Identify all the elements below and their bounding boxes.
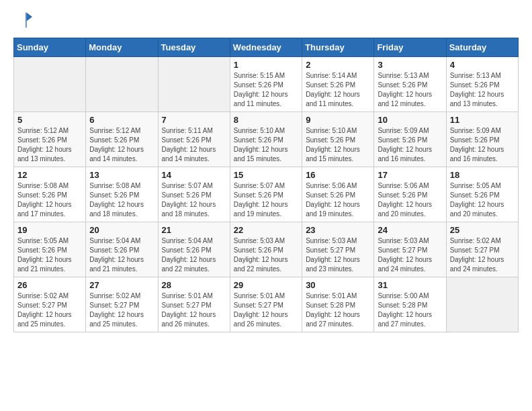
day-number: 3 <box>378 60 442 70</box>
calendar-cell: 27Sunrise: 5:02 AMSunset: 5:27 PMDayligh… <box>86 277 158 332</box>
day-number: 27 <box>89 280 154 290</box>
calendar-cell: 3Sunrise: 5:13 AMSunset: 5:26 PMDaylight… <box>374 57 446 112</box>
weekday-header-sunday: Sunday <box>14 38 86 57</box>
weekday-header-monday: Monday <box>86 38 158 57</box>
day-number: 16 <box>306 170 370 180</box>
day-number: 9 <box>306 115 370 125</box>
day-number: 23 <box>306 225 370 235</box>
day-info: Sunrise: 5:14 AMSunset: 5:26 PMDaylight:… <box>306 71 370 109</box>
calendar-week-5: 26Sunrise: 5:02 AMSunset: 5:27 PMDayligh… <box>14 277 519 332</box>
calendar-cell: 23Sunrise: 5:03 AMSunset: 5:27 PMDayligh… <box>302 222 374 277</box>
day-number: 24 <box>378 225 442 235</box>
calendar-cell: 15Sunrise: 5:07 AMSunset: 5:26 PMDayligh… <box>230 167 302 222</box>
weekday-header-saturday: Saturday <box>446 38 518 57</box>
day-number: 1 <box>234 60 298 70</box>
day-info: Sunrise: 5:08 AMSunset: 5:26 PMDaylight:… <box>17 181 82 219</box>
calendar-cell <box>86 57 158 112</box>
day-info: Sunrise: 5:06 AMSunset: 5:26 PMDaylight:… <box>378 181 442 219</box>
day-number: 18 <box>450 170 515 180</box>
calendar-cell: 17Sunrise: 5:06 AMSunset: 5:26 PMDayligh… <box>374 167 446 222</box>
day-number: 20 <box>89 225 154 235</box>
calendar-week-2: 5Sunrise: 5:12 AMSunset: 5:26 PMDaylight… <box>14 112 519 167</box>
day-info: Sunrise: 5:03 AMSunset: 5:27 PMDaylight:… <box>378 236 442 274</box>
day-number: 22 <box>234 225 298 235</box>
day-number: 7 <box>162 115 226 125</box>
day-info: Sunrise: 5:08 AMSunset: 5:26 PMDaylight:… <box>89 181 154 219</box>
calendar-cell <box>14 57 86 112</box>
day-number: 4 <box>450 60 515 70</box>
day-info: Sunrise: 5:02 AMSunset: 5:27 PMDaylight:… <box>89 291 154 329</box>
calendar-cell: 2Sunrise: 5:14 AMSunset: 5:26 PMDaylight… <box>302 57 374 112</box>
day-number: 21 <box>162 225 226 235</box>
day-number: 28 <box>162 280 226 290</box>
calendar-cell: 20Sunrise: 5:04 AMSunset: 5:26 PMDayligh… <box>86 222 158 277</box>
day-info: Sunrise: 5:09 AMSunset: 5:26 PMDaylight:… <box>378 126 442 164</box>
day-info: Sunrise: 5:07 AMSunset: 5:26 PMDaylight:… <box>234 181 298 219</box>
calendar-cell: 16Sunrise: 5:06 AMSunset: 5:26 PMDayligh… <box>302 167 374 222</box>
day-info: Sunrise: 5:02 AMSunset: 5:27 PMDaylight:… <box>17 291 82 329</box>
calendar-cell: 14Sunrise: 5:07 AMSunset: 5:26 PMDayligh… <box>158 167 230 222</box>
day-info: Sunrise: 5:10 AMSunset: 5:26 PMDaylight:… <box>234 126 298 164</box>
day-number: 2 <box>306 60 370 70</box>
calendar-cell: 6Sunrise: 5:12 AMSunset: 5:26 PMDaylight… <box>86 112 158 167</box>
day-info: Sunrise: 5:15 AMSunset: 5:26 PMDaylight:… <box>234 71 298 109</box>
day-number: 17 <box>378 170 442 180</box>
day-number: 6 <box>89 115 154 125</box>
calendar-cell: 21Sunrise: 5:04 AMSunset: 5:26 PMDayligh… <box>158 222 230 277</box>
day-number: 8 <box>234 115 298 125</box>
calendar-cell: 13Sunrise: 5:08 AMSunset: 5:26 PMDayligh… <box>86 167 158 222</box>
day-number: 15 <box>234 170 298 180</box>
day-info: Sunrise: 5:06 AMSunset: 5:26 PMDaylight:… <box>306 181 370 219</box>
day-number: 31 <box>378 280 442 290</box>
calendar-week-1: 1Sunrise: 5:15 AMSunset: 5:26 PMDaylight… <box>14 57 519 112</box>
day-info: Sunrise: 5:05 AMSunset: 5:26 PMDaylight:… <box>450 181 515 219</box>
day-info: Sunrise: 5:09 AMSunset: 5:26 PMDaylight:… <box>450 126 515 164</box>
calendar-cell: 7Sunrise: 5:11 AMSunset: 5:26 PMDaylight… <box>158 112 230 167</box>
day-number: 30 <box>306 280 370 290</box>
calendar-cell: 30Sunrise: 5:01 AMSunset: 5:28 PMDayligh… <box>302 277 374 332</box>
calendar-cell: 28Sunrise: 5:01 AMSunset: 5:27 PMDayligh… <box>158 277 230 332</box>
logo-icon <box>13 11 32 30</box>
calendar-cell: 1Sunrise: 5:15 AMSunset: 5:26 PMDaylight… <box>230 57 302 112</box>
weekday-header-thursday: Thursday <box>302 38 374 57</box>
svg-rect-0 <box>13 11 32 30</box>
day-info: Sunrise: 5:00 AMSunset: 5:28 PMDaylight:… <box>378 291 442 329</box>
calendar-cell: 5Sunrise: 5:12 AMSunset: 5:26 PMDaylight… <box>14 112 86 167</box>
day-info: Sunrise: 5:01 AMSunset: 5:28 PMDaylight:… <box>306 291 370 329</box>
day-number: 10 <box>378 115 442 125</box>
svg-rect-2 <box>26 13 26 28</box>
day-number: 12 <box>17 170 82 180</box>
day-number: 19 <box>17 225 82 235</box>
header <box>13 11 519 30</box>
day-number: 5 <box>17 115 82 125</box>
day-number: 13 <box>89 170 154 180</box>
calendar-cell: 19Sunrise: 5:05 AMSunset: 5:26 PMDayligh… <box>14 222 86 277</box>
logo <box>13 11 35 30</box>
calendar-cell: 22Sunrise: 5:03 AMSunset: 5:26 PMDayligh… <box>230 222 302 277</box>
calendar-cell: 29Sunrise: 5:01 AMSunset: 5:27 PMDayligh… <box>230 277 302 332</box>
weekday-header-friday: Friday <box>374 38 446 57</box>
calendar-cell: 25Sunrise: 5:02 AMSunset: 5:27 PMDayligh… <box>446 222 518 277</box>
weekday-header-row: SundayMondayTuesdayWednesdayThursdayFrid… <box>14 38 519 57</box>
day-info: Sunrise: 5:13 AMSunset: 5:26 PMDaylight:… <box>450 71 515 109</box>
calendar-cell: 4Sunrise: 5:13 AMSunset: 5:26 PMDaylight… <box>446 57 518 112</box>
calendar-cell <box>446 277 518 332</box>
weekday-header-tuesday: Tuesday <box>158 38 230 57</box>
calendar-cell <box>158 57 230 112</box>
calendar-week-4: 19Sunrise: 5:05 AMSunset: 5:26 PMDayligh… <box>14 222 519 277</box>
day-info: Sunrise: 5:05 AMSunset: 5:26 PMDaylight:… <box>17 236 82 274</box>
day-number: 29 <box>234 280 298 290</box>
calendar-cell: 26Sunrise: 5:02 AMSunset: 5:27 PMDayligh… <box>14 277 86 332</box>
day-info: Sunrise: 5:12 AMSunset: 5:26 PMDaylight:… <box>17 126 82 164</box>
calendar-cell: 11Sunrise: 5:09 AMSunset: 5:26 PMDayligh… <box>446 112 518 167</box>
day-number: 26 <box>17 280 82 290</box>
day-info: Sunrise: 5:03 AMSunset: 5:26 PMDaylight:… <box>234 236 298 274</box>
day-info: Sunrise: 5:13 AMSunset: 5:26 PMDaylight:… <box>378 71 442 109</box>
calendar-table: SundayMondayTuesdayWednesdayThursdayFrid… <box>13 38 519 332</box>
day-info: Sunrise: 5:04 AMSunset: 5:26 PMDaylight:… <box>162 236 226 274</box>
day-info: Sunrise: 5:10 AMSunset: 5:26 PMDaylight:… <box>306 126 370 164</box>
calendar-cell: 10Sunrise: 5:09 AMSunset: 5:26 PMDayligh… <box>374 112 446 167</box>
calendar-cell: 9Sunrise: 5:10 AMSunset: 5:26 PMDaylight… <box>302 112 374 167</box>
calendar-cell: 8Sunrise: 5:10 AMSunset: 5:26 PMDaylight… <box>230 112 302 167</box>
day-info: Sunrise: 5:02 AMSunset: 5:27 PMDaylight:… <box>450 236 515 274</box>
